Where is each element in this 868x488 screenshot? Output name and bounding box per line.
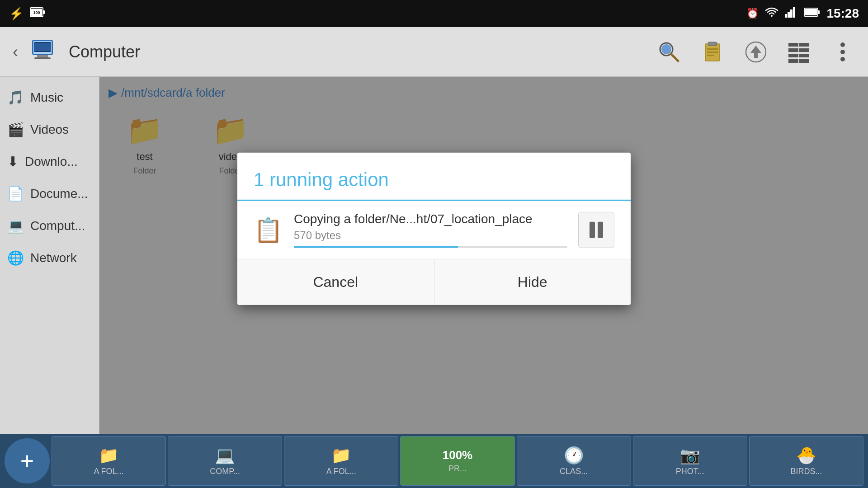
copy-info: Copying a folder/Ne...ht/07_location_pla… — [294, 212, 567, 248]
svg-rect-11 — [818, 10, 820, 14]
sidebar-label-computer: Comput... — [30, 219, 85, 233]
svg-point-36 — [840, 42, 845, 47]
svg-rect-28 — [788, 43, 798, 47]
copy-action-label: Copying a folder/Ne...ht/07_location_pla… — [294, 212, 567, 226]
add-icon: + — [20, 447, 34, 474]
taskbar-add-button[interactable]: + — [5, 438, 50, 483]
svg-marker-27 — [750, 46, 761, 58]
downloads-icon: ⬇ — [7, 154, 19, 169]
svg-rect-35 — [799, 59, 809, 63]
taskbar-clock-icon: 🕐 — [564, 446, 584, 465]
svg-rect-33 — [799, 54, 809, 57]
svg-rect-34 — [788, 59, 798, 63]
taskbar-label-0: A FOL... — [92, 467, 126, 476]
svg-rect-30 — [788, 48, 798, 52]
taskbar-photo-icon: 📷 — [680, 446, 700, 465]
documents-icon: 📄 — [7, 186, 24, 202]
svg-rect-22 — [708, 42, 717, 46]
svg-point-37 — [840, 50, 845, 54]
taskbar-label-3: PR... — [447, 464, 468, 474]
wifi-icon — [765, 7, 778, 20]
progress-bar-fill — [294, 246, 458, 248]
svg-rect-7 — [790, 9, 793, 18]
taskbar-item-computer[interactable]: 💻 COMP... — [168, 436, 282, 486]
back-button[interactable]: ‹ — [9, 39, 22, 65]
sidebar-item-videos[interactable]: 🎬 Videos — [0, 113, 99, 145]
taskbar-item-photo[interactable]: 📷 PHOT... — [633, 436, 747, 486]
taskbar-item-clock[interactable]: 🕐 CLAS... — [517, 436, 631, 486]
running-action-dialog: 1 running action 📋 Copying a folder/Ne..… — [237, 153, 631, 305]
dialog-title: 1 running action — [254, 169, 614, 191]
network-icon: 🌐 — [7, 250, 24, 266]
search-button[interactable] — [653, 36, 685, 68]
toolbar-actions — [653, 36, 859, 68]
taskbar-label-6: BIRDS... — [788, 467, 824, 476]
sidebar-label-documents: Docume... — [30, 187, 88, 201]
upload-button[interactable] — [740, 36, 772, 68]
status-right-icons: ⏰ 15:28 — [746, 6, 859, 21]
toolbar-title: Computer — [69, 42, 646, 61]
sidebar-item-music[interactable]: 🎵 Music — [0, 81, 99, 113]
hide-button[interactable]: Hide — [434, 259, 631, 305]
taskbar-folder-icon-0: 📁 — [99, 446, 119, 465]
pause-button[interactable] — [578, 212, 614, 248]
sidebar-label-downloads: Downlo... — [25, 155, 78, 169]
svg-rect-29 — [799, 43, 809, 47]
sidebar-label-music: Music — [30, 90, 63, 105]
svg-rect-15 — [34, 57, 51, 59]
svg-rect-6 — [788, 12, 790, 18]
svg-rect-24 — [707, 52, 718, 53]
svg-rect-5 — [785, 14, 787, 18]
sidebar: 🎵 Music 🎬 Videos ⬇ Downlo... 📄 Docume...… — [0, 77, 99, 434]
taskbar-label-1: COMP... — [208, 467, 242, 476]
svg-rect-31 — [799, 48, 809, 52]
more-options-button[interactable] — [826, 36, 859, 68]
battery-100-icon: 100 — [30, 6, 45, 21]
sidebar-item-computer[interactable]: 💻 Comput... — [0, 210, 99, 242]
svg-point-38 — [840, 57, 845, 61]
taskbar-item-afolder[interactable]: 📁 A FOL... — [52, 436, 166, 486]
svg-line-20 — [671, 54, 678, 61]
svg-rect-25 — [707, 55, 714, 56]
clipboard-button[interactable] — [696, 36, 729, 68]
signal-icon — [785, 7, 797, 20]
cancel-button[interactable]: Cancel — [237, 259, 434, 305]
toolbar: ‹ Computer — [0, 27, 868, 77]
music-icon: 🎵 — [7, 89, 24, 105]
videos-icon: 🎬 — [7, 122, 24, 137]
taskbar-computer-icon: 💻 — [215, 446, 235, 465]
usb-icon: ⚡ — [9, 7, 24, 21]
svg-rect-32 — [788, 54, 798, 57]
taskbar-item-progress[interactable]: 100% PR... — [400, 436, 514, 486]
svg-rect-17 — [35, 43, 50, 51]
taskbar-progress-icon: 100% — [443, 448, 473, 462]
taskbar-item-birds[interactable]: 🐣 BIRDS... — [749, 436, 863, 486]
list-view-button[interactable] — [783, 36, 816, 68]
sidebar-item-documents[interactable]: 📄 Docume... — [0, 178, 99, 210]
pause-bar-right — [598, 222, 603, 238]
copy-folder-icon: 📋 — [254, 216, 283, 244]
svg-text:100: 100 — [33, 10, 40, 15]
computer-icon — [29, 36, 61, 68]
svg-point-4 — [771, 15, 773, 17]
taskbar-label-2: A FOL... — [325, 467, 358, 476]
taskbar-item-afolder2[interactable]: 📁 A FOL... — [284, 436, 398, 486]
sidebar-item-network[interactable]: 🌐 Network — [0, 242, 99, 274]
svg-point-19 — [661, 44, 671, 54]
alarm-icon: ⏰ — [746, 8, 759, 19]
svg-rect-8 — [793, 7, 795, 18]
svg-rect-10 — [805, 9, 817, 15]
status-bar: ⚡ 100 ⏰ 15:28 — [0, 0, 868, 27]
svg-rect-14 — [37, 55, 48, 57]
status-left-icons: ⚡ 100 — [9, 6, 45, 21]
sidebar-label-network: Network — [30, 251, 77, 265]
sidebar-item-downloads[interactable]: ⬇ Downlo... — [0, 145, 99, 178]
copy-size: 570 bytes — [294, 229, 567, 242]
taskbar-label-4: CLAS... — [558, 467, 590, 476]
dialog-actions: Cancel Hide — [237, 259, 631, 305]
pause-bar-left — [590, 222, 595, 238]
sidebar-label-videos: Videos — [30, 122, 69, 137]
dialog-body: 📋 Copying a folder/Ne...ht/07_location_p… — [237, 201, 631, 259]
dialog-header: 1 running action — [237, 153, 631, 200]
computer-sidebar-icon: 💻 — [7, 218, 24, 234]
